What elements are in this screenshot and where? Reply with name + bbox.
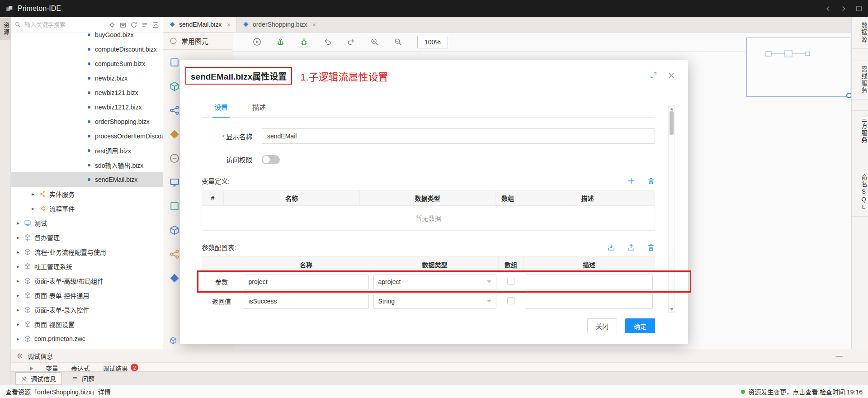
debug-subtab-expressions[interactable]: 表达式: [71, 363, 90, 371]
tree-item[interactable]: ▸流程-业务流程配置与使用: [11, 245, 163, 259]
tree-item[interactable]: newbiz121.bizx: [11, 85, 163, 100]
return-array-checkbox[interactable]: [507, 297, 514, 304]
maximize-icon[interactable]: [650, 71, 657, 79]
col-index: #: [202, 190, 224, 206]
close-icon[interactable]: ×: [312, 21, 316, 28]
dialog-body: *显示名称 访问权限 变量定义: # 名称 数据类型: [180, 128, 688, 333]
tab-settings[interactable]: 设置: [212, 98, 230, 118]
debug-icon[interactable]: [276, 38, 285, 46]
tree-item[interactable]: buyGood.bizx: [11, 28, 163, 42]
tree-item[interactable]: processOrderItemDiscount.bizx: [11, 129, 163, 143]
redo-icon[interactable]: [347, 38, 355, 46]
package-icon: [24, 234, 31, 241]
zoom-in-icon[interactable]: [370, 38, 379, 46]
bizx-bullet-icon: [88, 77, 90, 80]
return-desc-input[interactable]: [526, 294, 653, 309]
return-name-input[interactable]: [244, 294, 369, 309]
tree-item[interactable]: orderShopping.bizx: [11, 114, 163, 129]
titlebar: Primeton-IDE: [0, 0, 868, 17]
scrollbar-thumb[interactable]: [670, 111, 674, 135]
params-table: 名称 数据类型 数组 描述 参数 aproject: [202, 256, 655, 311]
display-name-input[interactable]: [262, 128, 655, 144]
chevron-right-icon: ▸: [17, 321, 21, 327]
tree-item[interactable]: newbiz.bizx: [11, 71, 163, 85]
minimap[interactable]: [746, 38, 850, 97]
collapse-circle-icon[interactable]: [170, 37, 177, 45]
import-params-icon[interactable]: [607, 243, 615, 251]
tree-item[interactable]: computeDiscount.bizx: [11, 42, 163, 57]
param-desc-input[interactable]: [526, 275, 653, 289]
dialog-scrollbar[interactable]: [668, 105, 675, 313]
undo-icon[interactable]: [323, 38, 332, 46]
tree-item[interactable]: sdo输入输出.bizx: [11, 158, 163, 172]
debug-subtab-variables[interactable]: 变量: [46, 363, 58, 371]
resource-tree: buyGood.bizx computeDiscount.bizx comput…: [11, 28, 163, 346]
tree-item[interactable]: ▸督办管理: [11, 230, 163, 245]
return-datatype-select[interactable]: String: [373, 294, 496, 309]
access-permission-toggle[interactable]: [262, 155, 280, 164]
close-button[interactable]: 关闭: [587, 318, 617, 333]
resource-changed-notice[interactable]: 资源发生变更，点击查看,检查时间:19:16: [741, 387, 863, 396]
tree-item[interactable]: ▸测试: [11, 216, 163, 230]
param-row-return: 返回值 String: [202, 292, 655, 311]
tree-item[interactable]: ▸实体服务: [11, 187, 163, 201]
editor-tab-ordershopping[interactable]: orderShopping.bizx ×: [237, 17, 322, 32]
param-datatype-select[interactable]: aproject: [373, 275, 496, 289]
tree-item[interactable]: newbiz1212.bizx: [11, 100, 163, 114]
tree-item[interactable]: ▸页面-表单-录入控件: [11, 303, 163, 317]
collapse-panel-icon[interactable]: —: [835, 354, 843, 358]
add-variable-icon[interactable]: [627, 177, 635, 185]
scroll-down-icon[interactable]: [670, 308, 674, 311]
tree-item-selected[interactable]: sendEMail.bizx: [11, 172, 163, 187]
tree-item[interactable]: ▸com.primeton.zwc: [11, 332, 163, 346]
debug-subtab-results[interactable]: 调试结果2: [103, 363, 138, 371]
tree-item-label: newbiz1212.bizx: [95, 104, 142, 111]
rail-tab-thirdparty-service[interactable]: 三方服务: [852, 110, 868, 149]
export-params-icon[interactable]: [627, 243, 635, 251]
run-icon[interactable]: [253, 38, 261, 46]
tree-item[interactable]: ▸页面-表单-高级/布局组件: [11, 274, 163, 288]
tree-item-label: newbiz.bizx: [95, 75, 127, 82]
param-array-checkbox[interactable]: [507, 278, 514, 285]
variables-section-title: 变量定义:: [202, 176, 230, 185]
rail-tab-offline-service[interactable]: 离线服务: [852, 61, 868, 100]
search-input[interactable]: [24, 21, 105, 28]
rail-tab-datasource[interactable]: 数据源: [852, 17, 868, 49]
rail-tab-named-sql[interactable]: 命名SQL: [852, 169, 868, 217]
close-icon[interactable]: ×: [226, 21, 231, 28]
delete-variable-icon[interactable]: [647, 177, 655, 185]
tab-description[interactable]: 描述: [250, 98, 268, 117]
window-layout-icon[interactable]: [855, 5, 863, 12]
tree-item[interactable]: rest调用.bizx: [11, 143, 163, 158]
zoom-out-icon[interactable]: [394, 38, 402, 46]
debug-step-icon[interactable]: [300, 38, 308, 46]
tree-item[interactable]: ▸社工管理系统: [11, 259, 163, 274]
test-icon: [24, 219, 31, 227]
tree-item[interactable]: ▸页面-表单-控件通用: [11, 288, 163, 303]
properties-dialog: sendEMail.bizx属性设置 1.子逻辑流属性设置 × 设置 描述 *显…: [180, 60, 688, 344]
tree-item-label: rest调用.bizx: [95, 146, 131, 155]
scroll-up-icon[interactable]: [670, 108, 674, 110]
bottom-tab-debug-info[interactable]: 调试信息: [15, 372, 61, 385]
zoom-level[interactable]: 100%: [417, 36, 448, 48]
param-name-input[interactable]: [244, 275, 369, 289]
service-icon: [39, 205, 46, 212]
nav-back-icon[interactable]: [825, 5, 832, 12]
nav-forward-icon[interactable]: [840, 5, 847, 12]
bottom-tab-problems[interactable]: 问题: [67, 373, 99, 384]
close-icon[interactable]: ×: [668, 71, 675, 79]
bizx-file-icon: [243, 21, 249, 28]
bizx-bullet-icon: [88, 149, 90, 152]
chevron-down-icon: [487, 280, 491, 283]
editor-tab-sendemail[interactable]: sendEMail.bizx ×: [163, 17, 237, 32]
search-icon: [14, 21, 21, 28]
chevron-right-icon: ▸: [17, 234, 21, 241]
confirm-button[interactable]: 确定: [625, 318, 655, 333]
tree-item[interactable]: ▸流程事件: [11, 201, 163, 216]
tree-item[interactable]: ▸页面-视图设置: [11, 317, 163, 332]
required-asterisk: *: [222, 133, 225, 141]
rail-tab-resources[interactable]: 资源: [0, 18, 10, 40]
delete-param-icon[interactable]: [647, 243, 655, 251]
tree-item[interactable]: computeSum.bizx: [11, 57, 163, 71]
palette-header[interactable]: 常用图元: [163, 33, 232, 50]
